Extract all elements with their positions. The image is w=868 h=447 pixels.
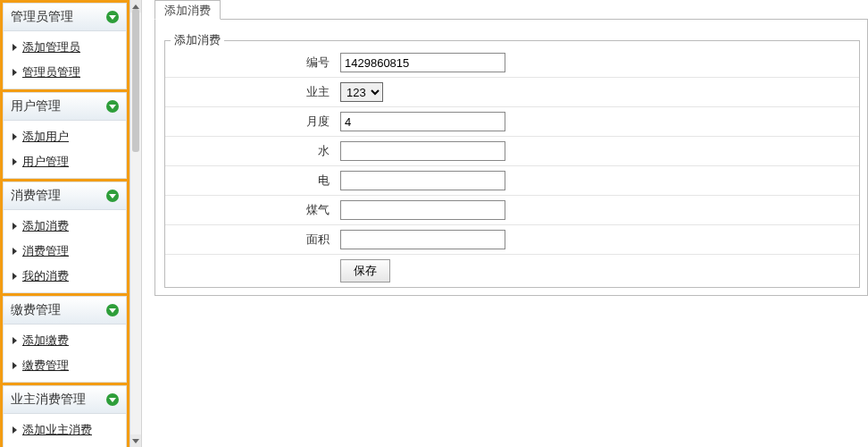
sidebar-group-admin: 管理员管理 添加管理员 管理员管理 <box>3 3 127 89</box>
sidebar-group-pay: 缴费管理 添加缴费 缴费管理 <box>3 296 127 383</box>
collapse-icon <box>106 304 119 316</box>
input-water[interactable] <box>340 141 505 161</box>
sidebar-head-label: 业主消费管理 <box>11 392 86 408</box>
input-area[interactable] <box>340 230 505 249</box>
chevron-right-icon <box>13 362 17 369</box>
collapse-icon <box>106 393 119 406</box>
sidebar-group-consume: 消费管理 添加消费 消费管理 我的消费 <box>3 181 127 293</box>
sidebar-head-admin[interactable]: 管理员管理 <box>4 4 126 31</box>
input-number[interactable] <box>340 53 505 72</box>
sidebar-item-my-consume[interactable]: 我的消费 <box>4 264 126 289</box>
sidebar-item-manage-pay[interactable]: 缴费管理 <box>4 353 126 378</box>
label-owner: 业主 <box>165 78 335 107</box>
sidebar-head-label: 缴费管理 <box>11 302 61 318</box>
input-month[interactable] <box>340 112 505 131</box>
tab-label: 添加消费 <box>164 4 211 17</box>
chevron-right-icon <box>13 69 17 76</box>
sidebar-group-owner: 业主消费管理 添加业主消费 业主消费管理 我的缴费情况 <box>3 385 127 447</box>
sidebar-item-manage-owner-consume[interactable]: 业主消费管理 <box>4 443 126 447</box>
chevron-right-icon <box>13 133 17 140</box>
sidebar-head-consume[interactable]: 消费管理 <box>4 182 126 210</box>
sidebar-head-owner[interactable]: 业主消费管理 <box>4 386 126 414</box>
sidebar-list-user: 添加用户 用户管理 <box>4 121 126 178</box>
sidebar-head-user[interactable]: 用户管理 <box>4 93 126 121</box>
sidebar-item-add-user[interactable]: 添加用户 <box>4 124 126 149</box>
input-electric[interactable] <box>340 171 505 190</box>
sidebar-item-label: 添加缴费 <box>22 333 69 349</box>
sidebar-list-consume: 添加消费 消费管理 我的消费 <box>4 210 126 292</box>
chevron-right-icon <box>13 44 17 51</box>
tab-bar: 添加消费 <box>154 0 868 20</box>
sidebar-list-pay: 添加缴费 缴费管理 <box>4 325 126 382</box>
sidebar-head-pay[interactable]: 缴费管理 <box>4 297 126 325</box>
scroll-thumb[interactable] <box>132 9 139 152</box>
label-number: 编号 <box>165 48 335 78</box>
label-water: 水 <box>165 137 335 166</box>
tab-add-consume[interactable]: 添加消费 <box>154 0 221 20</box>
sidebar: 管理员管理 添加管理员 管理员管理 用户管理 <box>0 0 129 447</box>
sidebar-item-label: 我的消费 <box>22 268 69 284</box>
sidebar-item-label: 用户管理 <box>22 154 69 170</box>
sidebar-item-manage-user[interactable]: 用户管理 <box>4 149 126 174</box>
sidebar-item-manage-admin[interactable]: 管理员管理 <box>4 60 126 85</box>
sidebar-head-label: 管理员管理 <box>11 9 73 25</box>
sidebar-item-label: 管理员管理 <box>22 64 80 80</box>
sidebar-item-add-owner-consume[interactable]: 添加业主消费 <box>4 417 126 443</box>
input-gas[interactable] <box>340 200 505 220</box>
label-area: 面积 <box>165 225 335 255</box>
sidebar-item-add-admin[interactable]: 添加管理员 <box>4 35 126 60</box>
save-button[interactable]: 保存 <box>340 259 390 283</box>
panel: 添加消费 编号 业主 123 <box>154 20 868 296</box>
chevron-right-icon <box>13 337 17 344</box>
sidebar-item-label: 添加消费 <box>22 218 69 234</box>
collapse-icon <box>106 11 119 23</box>
form-add-consume: 添加消费 编号 业主 123 <box>164 32 860 288</box>
sidebar-item-label: 添加业主消费 <box>22 422 92 438</box>
label-gas: 煤气 <box>165 196 335 225</box>
sidebar-item-label: 添加用户 <box>22 129 69 145</box>
sidebar-item-label: 添加管理员 <box>22 39 80 55</box>
sidebar-item-label: 缴费管理 <box>22 358 69 374</box>
sidebar-list-admin: 添加管理员 管理员管理 <box>4 31 126 89</box>
scroll-down-icon[interactable] <box>130 434 141 447</box>
sidebar-item-add-consume[interactable]: 添加消费 <box>4 214 126 239</box>
sidebar-list-owner: 添加业主消费 业主消费管理 我的缴费情况 <box>4 414 126 447</box>
chevron-right-icon <box>13 273 17 280</box>
main-content: 添加消费 添加消费 编号 业主 123 <box>142 0 868 447</box>
form-legend: 添加消费 <box>171 32 224 48</box>
sidebar-head-label: 消费管理 <box>11 188 61 204</box>
sidebar-item-manage-consume[interactable]: 消费管理 <box>4 239 126 264</box>
sidebar-head-label: 用户管理 <box>11 98 61 114</box>
sidebar-group-user: 用户管理 添加用户 用户管理 <box>3 92 127 179</box>
chevron-right-icon <box>13 248 17 255</box>
chevron-right-icon <box>13 158 17 165</box>
label-electric: 电 <box>165 166 335 196</box>
sidebar-item-add-pay[interactable]: 添加缴费 <box>4 328 126 353</box>
sidebar-item-label: 消费管理 <box>22 243 69 259</box>
label-month: 月度 <box>165 107 335 137</box>
select-owner[interactable]: 123 <box>340 82 383 102</box>
sidebar-scrollbar[interactable] <box>129 0 142 447</box>
collapse-icon <box>106 100 119 113</box>
chevron-right-icon <box>13 426 17 434</box>
chevron-right-icon <box>13 223 17 230</box>
collapse-icon <box>106 190 119 202</box>
